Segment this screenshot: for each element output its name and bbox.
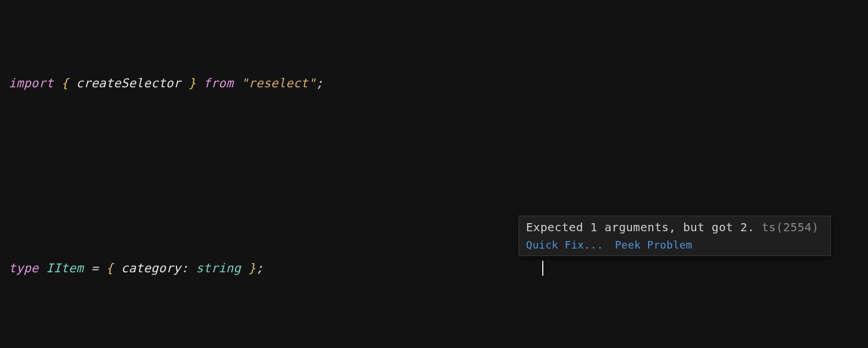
error-text: Expected 1 arguments, but got 2. [526, 220, 755, 234]
code-editor[interactable]: import { createSelector } from "reselect… [0, 0, 868, 348]
code-line-blank[interactable] [9, 166, 859, 185]
code-line[interactable]: type IItem = { category: string }; [9, 259, 859, 277]
token-type: IItem [46, 261, 84, 275]
token-identifier: createSelector [76, 76, 181, 90]
token-keyword: import [9, 76, 54, 90]
token-punct: = [91, 261, 98, 275]
error-message: Expected 1 arguments, but got 2. ts(2554… [519, 216, 830, 238]
token-property: category [121, 261, 181, 275]
token-punct: ; [256, 261, 263, 275]
code-line[interactable]: import { createSelector } from "reselect… [9, 74, 859, 92]
token-string: "reselect" [241, 76, 315, 90]
token-punct: : [181, 261, 189, 275]
peek-problem-link[interactable]: Peek Problem [615, 239, 693, 251]
token-keyword: from [204, 76, 234, 90]
quick-fix-link[interactable]: Quick Fix... [526, 239, 604, 251]
brace-icon: } [248, 261, 256, 275]
token-type: string [196, 261, 241, 275]
text-cursor [542, 261, 543, 276]
brace-icon: { [61, 76, 69, 90]
token-keyword: type [9, 261, 39, 275]
brace-icon: { [106, 261, 113, 275]
error-hover-tooltip: Expected 1 arguments, but got 2. ts(2554… [518, 216, 831, 256]
token-punct: ; [316, 76, 323, 90]
error-code: ts(2554) [762, 220, 819, 234]
hover-actions: Quick Fix...Peek Problem [519, 238, 830, 256]
brace-icon: } [189, 76, 196, 90]
